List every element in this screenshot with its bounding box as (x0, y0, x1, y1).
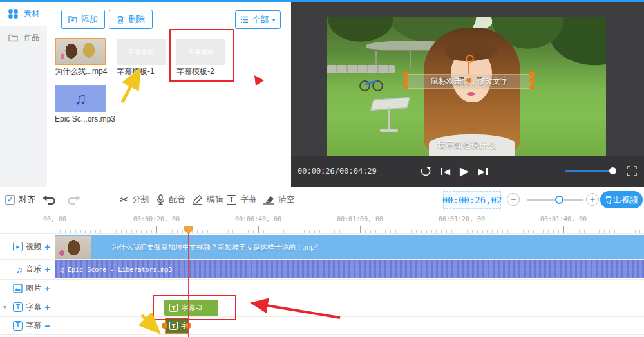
player-controls: ◀ ▶ ▶ (420, 156, 488, 187)
add-subtitle-track-button[interactable]: + (44, 302, 50, 312)
microphone-icon (156, 194, 165, 205)
add-button-label: 添加 (81, 14, 98, 25)
materials-tab-label: 素材 (24, 8, 39, 19)
dub-label: 配音 (169, 194, 185, 205)
scene-bicycle (359, 75, 383, 91)
delete-button-label: 删除 (128, 14, 145, 25)
template-thumb-text: 字幕模板 (128, 48, 154, 57)
annotation-red-cursor (252, 74, 265, 88)
overlay-handle[interactable] (529, 78, 535, 83)
ruler-ticks (55, 226, 644, 233)
music-track-icon: ♫ (16, 265, 23, 274)
overlay-handle[interactable] (403, 84, 408, 89)
library-sidebar: 素材 作品 (0, 2, 47, 187)
split-button[interactable]: ✂ 分割 (119, 187, 149, 212)
player-control-bar: 00:00:26/00:04:29 ◀ ▶ ▶ (291, 156, 644, 187)
play-button[interactable]: ▶ (460, 165, 469, 177)
subtitle-track-icon: T (13, 302, 23, 312)
video-track-icon: ▶ (13, 242, 23, 251)
add-media-button[interactable]: 添加 (61, 10, 105, 29)
volume-slider[interactable] (565, 170, 616, 172)
library-item-subtitle-template-1-thumbnail[interactable]: 字幕模板 (117, 39, 166, 65)
chevron-down-icon: ▾ (272, 17, 275, 23)
overlay-handle[interactable] (529, 71, 535, 77)
media-filter-dropdown[interactable]: 全部 ▾ (235, 10, 281, 29)
next-frame-button[interactable]: ▶ (478, 167, 488, 176)
next-icon: ▶ (478, 167, 485, 176)
image-track-icon (13, 284, 23, 293)
align-checkbox[interactable]: ✓ (5, 195, 15, 205)
add-video-track-button[interactable]: + (44, 242, 50, 251)
add-image-track-button[interactable]: + (44, 284, 50, 293)
edit-toolbar: ✓ 对齐 ✂ 分割 配音 (0, 187, 644, 212)
annotation-red-box-library (169, 29, 234, 82)
align-checkbox-group[interactable]: ✓ 对齐 (5, 187, 35, 212)
music-note-icon: ♫ (74, 89, 87, 109)
timeline-panel: 00, 00 00:00:20, 00 00:00:40, 00 00:01:0… (0, 212, 644, 337)
overlay-rotation-handle[interactable] (466, 55, 474, 63)
ruler-label: 00:01:20, 00 (439, 215, 485, 223)
scene-pavilion-post (410, 51, 411, 68)
music-clip[interactable]: ♫ Epic Score - Liberators.mp3 (55, 260, 644, 278)
add-music-track-button[interactable]: + (44, 264, 50, 274)
split-label: 分割 (132, 194, 149, 205)
track-header-music: ♫ 音乐 + (0, 259, 55, 279)
ruler-label: 00:00:20, 00 (133, 215, 180, 223)
sidebar-item-materials[interactable]: 素材 (0, 2, 47, 26)
overlay-center-handle[interactable] (466, 78, 471, 83)
works-tab-label: 作品 (24, 32, 39, 43)
ruler-label: 00, 00 (43, 215, 66, 223)
list-icon (240, 16, 249, 23)
video-clip[interactable]: 为什么我们要做新加坡中文视频？新加坡美女是这样子说的！.mp4 (55, 235, 644, 259)
remove-subtitle-track-button[interactable]: − (44, 321, 50, 331)
music-note-icon: ♫ (60, 266, 64, 273)
plus-icon: + (590, 194, 595, 205)
overlay-handle[interactable] (403, 71, 408, 77)
clear-button[interactable]: 清空 (263, 187, 295, 212)
annotation-red-box-timeline (153, 295, 236, 320)
overlay-rotation-line (468, 62, 469, 74)
library-item-video-thumbnail[interactable] (55, 38, 106, 65)
fullscreen-icon[interactable] (627, 166, 637, 176)
collapse-caret-icon[interactable]: ▾ (3, 304, 6, 311)
subtitle-button[interactable]: T 字幕 (227, 187, 257, 212)
play-icon: ▶ (460, 165, 469, 177)
scissors-icon: ✂ (119, 194, 128, 205)
timeline-zoom-knob[interactable] (555, 196, 564, 204)
prev-bar-icon (441, 168, 442, 175)
edit-button[interactable]: 编辑 (193, 187, 223, 212)
video-frame[interactable]: 鼠标双击我，修改文字 我不知道说什么 (327, 17, 606, 156)
loop-playback-button[interactable] (420, 165, 431, 177)
music-track-label: 音乐 (26, 264, 41, 275)
subtitle-track-label: 字幕 (26, 302, 41, 313)
delete-media-button[interactable]: 删除 (109, 10, 153, 29)
undo-button[interactable] (43, 187, 56, 212)
dub-button[interactable]: 配音 (156, 187, 185, 212)
library-item-audio-thumbnail[interactable]: ♫ (55, 85, 106, 112)
export-video-button[interactable]: 导出视频 (600, 191, 643, 208)
volume-slider-knob[interactable] (609, 167, 616, 174)
track-header-image: 图片 + (0, 279, 55, 298)
next-bar-icon (486, 168, 488, 175)
zoom-out-button[interactable]: − (507, 193, 520, 206)
track-header-subtitle-2: T 字幕 − (0, 316, 55, 334)
minus-icon: − (511, 194, 516, 205)
overlay-handle[interactable] (403, 78, 408, 83)
track-header-subtitle-1: ▾ T 字幕 + (0, 298, 55, 316)
zoom-in-button[interactable]: + (586, 193, 599, 206)
loop-icon (420, 165, 431, 177)
scene-sign-stand (372, 98, 411, 133)
current-timecode-field[interactable]: 00:00:26,02 (443, 191, 501, 209)
grid-icon (8, 9, 18, 19)
app-window: 素材 作品 添加 删除 全部 (0, 0, 644, 337)
redo-icon (67, 194, 80, 205)
music-clip-label: Epic Score - Liberators.mp3 (68, 266, 173, 273)
previous-frame-button[interactable]: ◀ (441, 167, 450, 176)
scene-woman (421, 28, 523, 156)
ruler-label: 00:01:00, 00 (337, 215, 383, 223)
redo-button[interactable] (67, 187, 80, 212)
library-item-video-label: 为什么我...mp4 (55, 66, 107, 77)
video-subtitle-text: 我不知道说什么 (327, 140, 606, 151)
sidebar-item-works[interactable]: 作品 (0, 26, 47, 50)
overlay-handle[interactable] (529, 84, 535, 89)
